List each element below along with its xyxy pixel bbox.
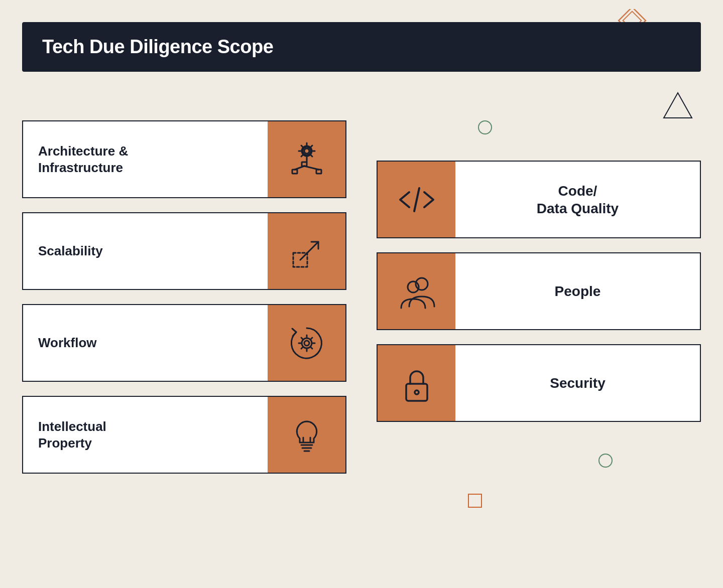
card-security-label: Security — [550, 374, 606, 392]
code-icon — [394, 177, 439, 222]
card-architecture-label: Architecture &Infrastructure — [38, 143, 128, 176]
card-code-text: Code/Data Quality — [455, 162, 700, 237]
gear-network-icon — [284, 137, 329, 182]
card-people-icon-bg — [378, 253, 455, 329]
svg-line-30 — [311, 338, 312, 339]
page-title: Tech Due Diligence Scope — [42, 36, 681, 58]
main-content: Architecture &Infrastructure — [22, 100, 701, 566]
svg-line-10 — [301, 145, 303, 147]
card-people: People — [377, 252, 701, 330]
card-security: Security — [377, 344, 701, 422]
svg-line-31 — [301, 347, 303, 349]
card-ip-label: IntellectualProperty — [38, 418, 106, 451]
card-architecture-icon-bg — [268, 121, 345, 197]
svg-point-41 — [415, 390, 419, 394]
card-ip-text: IntellectualProperty — [23, 397, 268, 473]
people-icon — [394, 269, 439, 314]
right-column: Code/Data Quality People — [377, 100, 701, 566]
card-architecture: Architecture &Infrastructure — [22, 120, 346, 198]
card-workflow-label: Workflow — [38, 335, 97, 351]
cycle-gear-icon — [284, 321, 329, 366]
lock-icon — [394, 361, 439, 406]
svg-line-12 — [311, 145, 312, 147]
svg-line-29 — [311, 347, 312, 349]
card-people-label: People — [555, 282, 601, 300]
card-intellectual-property: IntellectualProperty — [22, 396, 346, 474]
scale-arrow-icon — [284, 229, 329, 274]
bulb-icon — [284, 412, 329, 458]
card-code-quality: Code/Data Quality — [377, 161, 701, 238]
svg-point-5 — [304, 149, 309, 154]
card-security-icon-bg — [378, 345, 455, 421]
svg-point-23 — [304, 341, 309, 346]
card-ip-icon-bg — [268, 397, 345, 473]
card-scalability-label: Scalability — [38, 243, 103, 259]
svg-line-11 — [311, 155, 312, 157]
card-people-text: People — [455, 253, 700, 329]
card-scalability: Scalability — [22, 212, 346, 290]
card-code-icon-bg — [378, 162, 455, 237]
left-column: Architecture &Infrastructure — [22, 100, 346, 566]
svg-line-37 — [414, 188, 419, 211]
header-banner: Tech Due Diligence Scope — [22, 22, 701, 72]
card-security-text: Security — [455, 345, 700, 421]
card-workflow-text: Workflow — [23, 305, 268, 381]
svg-line-21 — [300, 242, 318, 260]
card-scalability-text: Scalability — [23, 213, 268, 289]
svg-line-17 — [295, 166, 304, 170]
svg-line-13 — [301, 155, 303, 157]
svg-line-18 — [304, 166, 319, 170]
card-architecture-text: Architecture &Infrastructure — [23, 121, 268, 197]
card-code-label: Code/Data Quality — [537, 182, 619, 217]
card-workflow: Workflow — [22, 304, 346, 382]
svg-rect-40 — [406, 384, 427, 401]
svg-line-28 — [301, 338, 303, 339]
card-scalability-icon-bg — [268, 213, 345, 289]
card-workflow-icon-bg — [268, 305, 345, 381]
